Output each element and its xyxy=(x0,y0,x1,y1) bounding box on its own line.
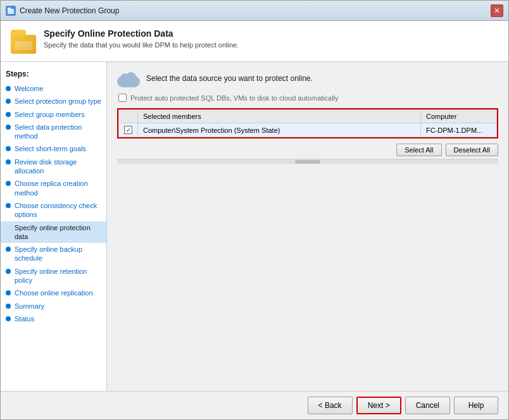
step-dot xyxy=(6,86,11,91)
sidebar-item-replica-creation[interactable]: Choose replica creation method xyxy=(1,177,106,199)
cancel-button[interactable]: Cancel xyxy=(405,397,450,414)
step-dot xyxy=(6,269,11,274)
step-dot xyxy=(6,181,11,186)
page-header: Specify Online Protection Data Specify t… xyxy=(1,21,508,62)
step-dot xyxy=(6,290,11,295)
sidebar-item-label: Summary xyxy=(15,302,44,311)
sidebar-item-welcome[interactable]: Welcome xyxy=(1,82,106,95)
source-description: Select the data source you want to prote… xyxy=(146,74,313,83)
sidebar-item-online-replication[interactable]: Choose online replication xyxy=(1,287,106,299)
step-dot xyxy=(6,125,11,130)
sidebar-item-label: Choose online replication xyxy=(15,288,93,297)
sidebar-item-short-term-goals[interactable]: Select short-term goals xyxy=(1,142,106,155)
back-button[interactable]: < Back xyxy=(308,397,353,414)
page-title: Specify Online Protection Data xyxy=(44,28,239,39)
header-content: Specify Online Protection Data Specify t… xyxy=(44,28,239,49)
step-dot xyxy=(6,112,11,117)
sidebar-item-label: Specify online backup schedule xyxy=(15,245,101,263)
sidebar-item-summary[interactable]: Summary xyxy=(1,300,106,312)
sidebar-item-label: Specify online retention policy xyxy=(15,267,101,285)
select-all-button[interactable]: Select All xyxy=(396,144,441,156)
members-table-wrapper: Selected members Computer ✓ Computer\Sys… xyxy=(117,108,498,139)
protect-auto-row: Protect auto protected SQL DBs, VMs to d… xyxy=(117,94,498,102)
source-header: Select the data source you want to prote… xyxy=(117,70,498,87)
close-button[interactable]: ✕ xyxy=(491,4,503,17)
help-button[interactable]: Help xyxy=(454,397,498,414)
sidebar-item-online-protection[interactable]: Specify online protection data xyxy=(1,221,106,244)
steps-label: Steps: xyxy=(1,67,106,82)
window-title: Create New Protection Group xyxy=(20,6,491,15)
sidebar: Steps: Welcome Select protection group t… xyxy=(1,62,107,391)
sidebar-item-disk-storage[interactable]: Review disk storage allocation xyxy=(1,156,106,178)
protect-auto-label: Protect auto protected SQL DBs, VMs to d… xyxy=(130,94,339,102)
sidebar-item-label: Review disk storage allocation xyxy=(15,158,101,176)
main-window: Create New Protection Group ✕ Specify On… xyxy=(0,0,509,420)
sidebar-item-online-backup[interactable]: Specify online backup schedule xyxy=(1,243,106,265)
step-dot xyxy=(6,304,11,309)
checkbox-checked-icon: ✓ xyxy=(124,126,132,134)
col-checkbox xyxy=(119,110,138,123)
sidebar-item-label: Select group members xyxy=(15,110,85,119)
sidebar-item-label: Status xyxy=(15,314,34,323)
svg-rect-0 xyxy=(8,9,14,14)
sidebar-item-label: Select protection group type xyxy=(15,97,101,106)
scrollbar-thumb[interactable] xyxy=(295,160,320,164)
row-checkbox-cell: ✓ xyxy=(119,123,138,137)
sidebar-item-label: Select short-term goals xyxy=(15,144,86,153)
scrollbar-area xyxy=(117,159,498,164)
title-bar: Create New Protection Group ✕ xyxy=(1,1,508,21)
step-dot xyxy=(6,146,11,151)
footer: < Back Next > Cancel Help xyxy=(1,391,508,419)
next-button[interactable]: Next > xyxy=(356,397,401,414)
sidebar-item-group-members[interactable]: Select group members xyxy=(1,108,106,121)
sidebar-item-label: Select data protection method xyxy=(15,123,101,141)
svg-rect-1 xyxy=(8,8,11,9)
content-area: Select the data source you want to prote… xyxy=(107,62,508,391)
bottom-buttons: Select All Deselect All xyxy=(117,139,498,159)
step-dot xyxy=(6,99,11,104)
sidebar-item-label: Specify online protection data xyxy=(15,223,101,242)
col-computer: Computer xyxy=(421,110,497,123)
step-dot xyxy=(6,203,11,208)
step-dot xyxy=(6,159,11,164)
sidebar-item-status[interactable]: Status xyxy=(1,312,106,325)
sidebar-item-label: Choose replica creation method xyxy=(15,179,101,197)
members-table: Selected members Computer ✓ Computer\Sys… xyxy=(118,109,497,137)
step-dot xyxy=(6,316,11,321)
table-row[interactable]: ✓ Computer\System Protection (System Sta… xyxy=(119,123,497,137)
window-icon xyxy=(6,6,16,16)
sidebar-item-consistency-check[interactable]: Choose consistency check options xyxy=(1,199,106,221)
sidebar-item-label: Choose consistency check options xyxy=(15,201,101,219)
sidebar-item-protection-group-type[interactable]: Select protection group type xyxy=(1,95,106,108)
main-content: Steps: Welcome Select protection group t… xyxy=(1,62,508,391)
row-computer: FC-DPM-1.DPM... xyxy=(421,123,497,137)
page-subtitle: Specify the data that you would like DPM… xyxy=(44,41,239,49)
sidebar-item-data-protection[interactable]: Select data protection method xyxy=(1,121,106,143)
step-dot xyxy=(6,225,11,230)
deselect-all-button[interactable]: Deselect All xyxy=(446,144,498,156)
sidebar-item-online-retention[interactable]: Specify online retention policy xyxy=(1,265,106,287)
step-dot xyxy=(6,247,11,252)
cloud-icon xyxy=(117,70,140,87)
protect-auto-checkbox[interactable] xyxy=(118,94,127,102)
header-icon xyxy=(11,28,36,54)
sidebar-item-label: Welcome xyxy=(15,84,44,93)
col-selected-members: Selected members xyxy=(138,110,421,123)
row-member: Computer\System Protection (System State… xyxy=(138,123,421,137)
